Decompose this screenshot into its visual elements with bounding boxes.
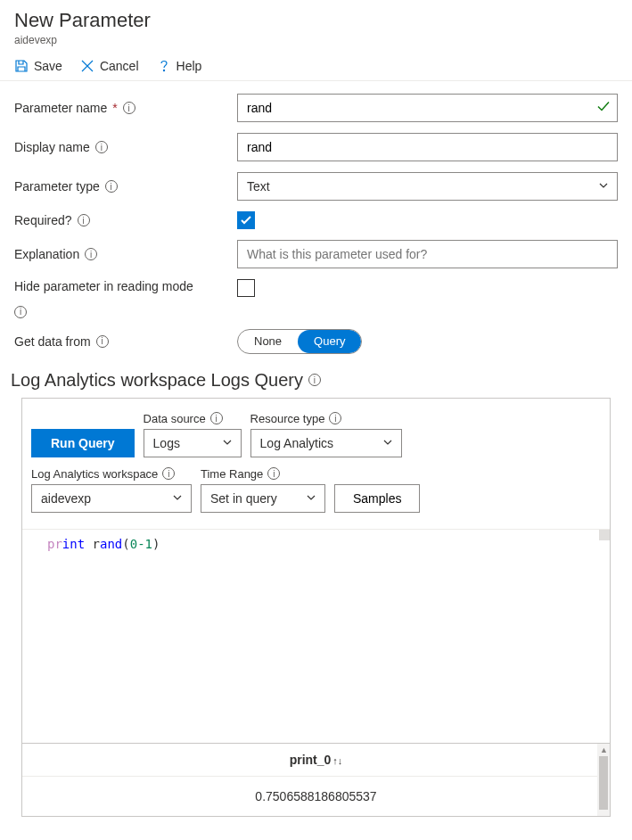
resource-type-select[interactable]: Log Analytics [250, 429, 402, 457]
info-icon[interactable]: i [162, 467, 175, 480]
run-query-button[interactable]: Run Query [31, 429, 135, 457]
info-icon[interactable]: i [14, 306, 27, 318]
required-label: Required? [14, 213, 72, 227]
time-range-label: Time Range [201, 467, 263, 481]
query-editor[interactable]: print rand(0-1) [22, 529, 610, 743]
command-bar: Save Cancel Help [0, 52, 632, 81]
info-icon[interactable]: i [78, 214, 90, 226]
samples-button[interactable]: Samples [334, 484, 420, 513]
info-icon[interactable]: i [267, 467, 280, 480]
query-panel: Run Query Data source i Logs Resource ty… [21, 398, 611, 817]
workspace-select[interactable]: aidevexp [31, 484, 192, 513]
param-name-label: Parameter name [14, 101, 107, 115]
hide-param-label: Hide parameter in reading mode [14, 279, 193, 293]
required-asterisk: * [112, 101, 117, 115]
result-cell: 0.7506588186805537 [22, 777, 610, 816]
cancel-label: Cancel [100, 59, 139, 73]
param-name-input[interactable] [237, 94, 618, 122]
explanation-label: Explanation [14, 247, 79, 261]
result-scrollbar[interactable]: ▲ [597, 744, 610, 816]
save-button[interactable]: Save [14, 59, 62, 73]
workspace-label: Log Analytics workspace [31, 467, 158, 481]
info-icon[interactable]: i [105, 180, 118, 193]
display-name-input[interactable] [237, 133, 618, 161]
info-icon[interactable]: i [123, 102, 135, 114]
data-source-select[interactable]: Logs [144, 429, 242, 457]
hide-param-checkbox[interactable] [237, 279, 255, 297]
info-icon[interactable]: i [85, 248, 97, 260]
scroll-thumb[interactable] [599, 756, 608, 810]
editor-scrollbar[interactable] [599, 530, 610, 540]
result-column-header[interactable]: print_0↑↓ [22, 744, 610, 777]
data-source-label: Data source [144, 412, 206, 425]
info-icon[interactable]: i [95, 141, 108, 153]
scroll-up-icon: ▲ [600, 745, 608, 754]
svg-point-0 [163, 70, 164, 70]
save-label: Save [34, 59, 62, 73]
param-type-label: Parameter type [14, 179, 100, 194]
valid-check-icon [596, 100, 611, 117]
query-section-title: Log Analytics workspace Logs Query i [0, 365, 632, 398]
explanation-input[interactable] [237, 240, 618, 268]
get-data-segmented: None Query [237, 329, 362, 354]
help-button[interactable]: Help [157, 59, 202, 73]
page-title: New Parameter [14, 9, 618, 32]
save-icon [14, 59, 29, 73]
seg-none[interactable]: None [238, 330, 298, 353]
resource-type-label: Resource type [250, 412, 325, 425]
sort-icon: ↑↓ [332, 755, 342, 766]
help-icon [157, 59, 171, 73]
cancel-button[interactable]: Cancel [80, 59, 139, 73]
info-icon[interactable]: i [308, 374, 321, 386]
time-range-select[interactable]: Set in query [201, 484, 325, 513]
required-checkbox[interactable] [237, 211, 255, 229]
info-icon[interactable]: i [96, 335, 109, 348]
seg-query[interactable]: Query [298, 330, 361, 353]
page-subtitle: aidevexp [14, 34, 618, 46]
info-icon[interactable]: i [329, 412, 341, 424]
display-name-label: Display name [14, 140, 90, 154]
close-icon [80, 59, 94, 73]
info-icon[interactable]: i [210, 412, 223, 424]
get-data-label: Get data from [14, 334, 91, 349]
result-table: print_0↑↓ 0.7506588186805537 ▲ [22, 743, 610, 816]
param-type-select[interactable]: Text [237, 172, 618, 201]
help-label: Help [176, 59, 202, 73]
